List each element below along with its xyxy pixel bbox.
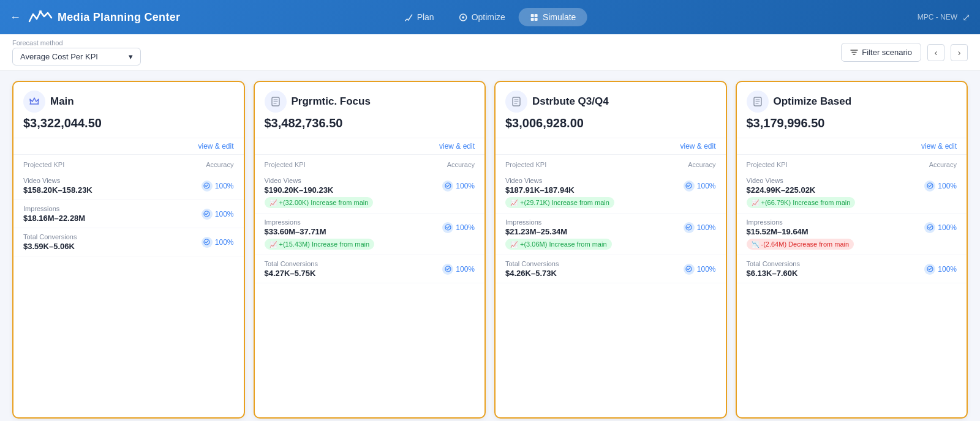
plan-icon <box>404 13 413 22</box>
filter-scenario-button[interactable]: Filter scenario <box>841 43 921 62</box>
view-edit-link[interactable]: view & edit <box>13 138 244 155</box>
next-arrow-button[interactable]: › <box>951 44 968 61</box>
kpi-value: $4.27K–5.75K <box>265 269 318 278</box>
kpi-header-projected: Projected KPI <box>505 161 546 168</box>
document-icon <box>270 96 281 107</box>
card-title: Prgrmtic. Focus <box>292 95 371 108</box>
kpi-metric-name: Impressions <box>505 218 567 226</box>
kpi-row: Total Conversions $3.59K–5.06K 100% <box>13 228 244 256</box>
delta-icon: 📉 <box>752 241 759 248</box>
kpi-value: $18.16M–22.28M <box>23 214 85 223</box>
delta-badge: 📈 +(66.79K) Increase from main <box>747 197 856 208</box>
delta-text: +(29.71K) Increase from main <box>520 199 609 206</box>
forecast-method-select[interactable]: Average Cost Per KPI ▾ <box>12 48 141 65</box>
accuracy-icon <box>684 264 695 275</box>
accuracy-value: 100% <box>697 265 716 274</box>
card-amount: $3,179,996.50 <box>747 116 957 130</box>
kpi-accuracy: 100% <box>684 181 716 192</box>
card-amount: $3,322,044.50 <box>23 116 234 130</box>
delta-text: +(66.79K) Increase from main <box>761 199 851 206</box>
kpi-metric-name: Video Views <box>23 177 92 184</box>
kpi-metric-name: Video Views <box>505 177 575 184</box>
expand-icon[interactable]: ⤢ <box>962 12 970 23</box>
kpi-value: $158.20K–158.23K <box>23 185 92 195</box>
logo-icon <box>28 9 53 25</box>
nav-optimize-label: Optimize <box>472 12 505 22</box>
kpi-header-accuracy: Accuracy <box>688 161 715 168</box>
kpi-row: Video Views $190.20K–190.23K 100% <box>255 172 485 214</box>
kpi-header-accuracy: Accuracy <box>206 161 233 168</box>
kpi-accuracy: 100% <box>684 222 716 233</box>
toolbar-left: Forecast method Average Cost Per KPI ▾ <box>12 39 141 65</box>
scenario-card-dstrbute: Dstrbute Q3/Q4 $3,006,928.00 view & edit… <box>494 81 727 419</box>
accuracy-icon <box>684 181 695 192</box>
accuracy-icon <box>202 181 213 192</box>
forecast-select-value: Average Cost Per KPI <box>20 52 98 61</box>
kpi-accuracy: 100% <box>924 181 957 192</box>
delta-badge: 📉 -(2.64M) Decrease from main <box>747 239 854 250</box>
kpi-accuracy: 100% <box>202 209 234 220</box>
kpi-accuracy: 100% <box>924 222 957 233</box>
kpi-metric-name: Total Conversions <box>265 260 318 267</box>
view-edit-link[interactable]: view & edit <box>255 138 485 155</box>
delta-badge: 📈 +(29.71K) Increase from main <box>505 197 614 208</box>
kpi-header: Projected KPI Accuracy <box>737 155 967 172</box>
kpi-row: Total Conversions $4.27K–5.75K 100% <box>255 255 485 283</box>
card-amount: $3,006,928.00 <box>505 116 716 130</box>
card-amount: $3,482,736.50 <box>265 116 475 130</box>
accuracy-value: 100% <box>215 210 234 218</box>
svg-rect-6 <box>535 18 538 21</box>
app-title: Media Planning Center <box>58 11 180 24</box>
document-icon <box>511 96 522 107</box>
kpi-row: Video Views $224.99K–225.02K 100% <box>737 172 967 214</box>
nav-optimize[interactable]: Optimize <box>448 8 516 26</box>
accuracy-icon <box>924 181 935 192</box>
view-edit-link[interactable]: view & edit <box>737 138 967 155</box>
svg-point-0 <box>39 10 42 13</box>
toolbar-right: Filter scenario ‹ › <box>841 43 968 62</box>
kpi-header-accuracy: Accuracy <box>447 161 475 168</box>
delta-text: +(15.43M) Increase from main <box>279 240 370 248</box>
scenario-card-prgrmtic: Prgrmtic. Focus $3,482,736.50 view & edi… <box>254 81 486 419</box>
crown-icon <box>28 95 40 108</box>
accuracy-value: 100% <box>456 223 475 232</box>
kpi-row: Impressions $15.52M–19.64M 100% <box>737 214 967 255</box>
card-title: Main <box>50 95 74 108</box>
accuracy-icon <box>202 237 213 248</box>
kpi-accuracy: 100% <box>684 264 716 275</box>
delta-icon: 📈 <box>270 241 277 248</box>
delta-text: +(3.06M) Increase from main <box>520 240 607 248</box>
window-label: MPC - NEW <box>918 13 957 21</box>
svg-rect-4 <box>535 14 538 17</box>
accuracy-value: 100% <box>938 265 957 274</box>
kpi-value: $4.26K–5.73K <box>505 269 559 278</box>
prev-arrow-button[interactable]: ‹ <box>927 44 944 61</box>
kpi-metric-name: Impressions <box>265 218 326 226</box>
kpi-row: Total Conversions $6.13K–7.60K 100% <box>737 255 967 283</box>
scenarios-grid: Main $3,322,044.50 view & edit Projected… <box>0 71 980 421</box>
kpi-accuracy: 100% <box>442 222 475 233</box>
forecast-method-label: Forecast method <box>12 39 141 47</box>
card-title: Dstrbute Q3/Q4 <box>532 95 609 108</box>
kpi-row: Video Views $158.20K–158.23K 100% <box>13 172 244 200</box>
kpi-header-projected: Projected KPI <box>265 161 306 168</box>
kpi-header-projected: Projected KPI <box>747 161 788 168</box>
view-edit-link[interactable]: view & edit <box>496 138 726 155</box>
card-header: Dstrbute Q3/Q4 $3,006,928.00 <box>496 82 726 138</box>
kpi-metric-name: Total Conversions <box>505 260 559 267</box>
delta-text: -(2.64M) Decrease from main <box>761 240 850 248</box>
kpi-value: $190.20K–190.23K <box>265 185 334 195</box>
kpi-metric-name: Impressions <box>747 218 809 226</box>
card-header: Optimize Based $3,179,996.50 <box>737 82 967 138</box>
kpi-metric-name: Total Conversions <box>747 260 800 267</box>
svg-rect-3 <box>531 14 534 17</box>
back-button[interactable]: ← <box>10 11 21 24</box>
delta-badge: 📈 +(32.00K) Increase from main <box>265 197 374 208</box>
kpi-row: Impressions $21.23M–25.34M 100% <box>496 214 726 255</box>
nav-plan[interactable]: Plan <box>393 8 445 26</box>
toolbar: Forecast method Average Cost Per KPI ▾ F… <box>0 34 980 71</box>
card-icon <box>747 91 769 113</box>
chevron-down-icon: ▾ <box>129 52 133 61</box>
accuracy-value: 100% <box>697 182 716 190</box>
nav-simulate[interactable]: Simulate <box>519 8 587 26</box>
